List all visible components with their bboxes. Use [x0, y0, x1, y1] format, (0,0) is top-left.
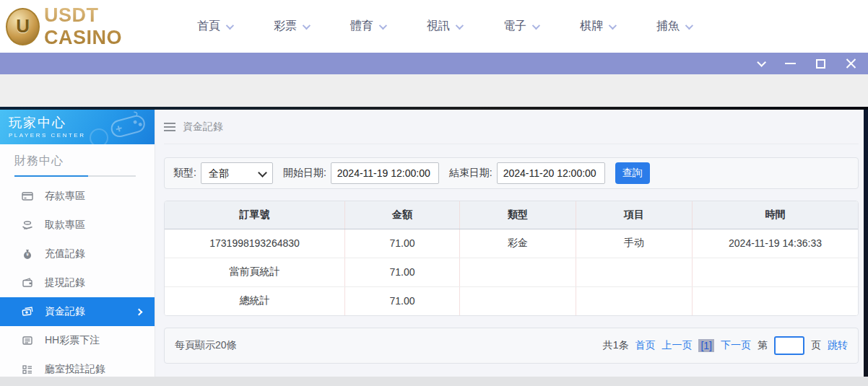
cell-label: 總統計: [165, 286, 345, 315]
page-size-text: 每頁顯示20條: [175, 339, 237, 352]
jump-page-input[interactable]: [774, 336, 804, 355]
cell-empty: [460, 258, 576, 286]
titlebar-chevron-down-icon[interactable]: [754, 58, 765, 69]
pager: 共1条 首页 上一页 [1] 下一页 第 页 跳转: [603, 336, 848, 355]
sidebar-item-label: 廳室投註記錄: [45, 363, 105, 376]
sidebar-item-label: 存款專區: [45, 190, 85, 203]
wallet-icon: [22, 277, 33, 289]
maximize-icon[interactable]: [815, 58, 826, 69]
bills-icon: [22, 306, 33, 317]
lottery-list-icon: [22, 335, 33, 346]
type-select[interactable]: 全部: [201, 162, 273, 184]
site-logo[interactable]: U USDT CASINO: [6, 4, 168, 49]
col-type: 類型: [460, 201, 576, 229]
total-count: 共1条: [603, 339, 629, 352]
funds-records-table: 訂單號 金額 類型 項目 時間 1731998193264830 71.00 彩…: [165, 201, 858, 315]
table-row: 1731998193264830 71.00 彩金 手动 2024-11-19 …: [165, 229, 858, 258]
nav-item-home[interactable]: 首頁: [197, 19, 232, 34]
minimize-icon[interactable]: [784, 58, 796, 69]
main-area: 玩家中心 PLAYERS CENTER 財務中心: [0, 110, 868, 377]
end-date-input[interactable]: [497, 162, 605, 184]
nav-item-fishing[interactable]: 捕魚: [656, 19, 691, 34]
sidebar-item-label: 資金記錄: [45, 305, 85, 318]
logo-text: USDT CASINO: [44, 4, 168, 49]
bottom-strip: [0, 377, 868, 386]
nav-item-slots[interactable]: 電子: [503, 19, 538, 34]
type-label: 類型:: [173, 167, 196, 180]
current-page-indicator: [1]: [698, 339, 714, 352]
cell-empty: [693, 286, 858, 315]
menu-toggle-icon[interactable]: [164, 123, 175, 131]
deposit-card-icon: [22, 190, 33, 202]
first-page-link[interactable]: 首页: [635, 339, 655, 352]
col-amount: 金額: [345, 201, 460, 229]
decor-circle: [90, 128, 108, 144]
sidebar: 玩家中心 PLAYERS CENTER 財務中心: [0, 110, 155, 377]
cell-empty: [460, 286, 576, 315]
chevron-down-icon: [532, 21, 540, 29]
chevron-down-icon: [303, 21, 311, 29]
sidebar-item-label: 提現記錄: [45, 276, 85, 289]
col-order-number: 訂單號: [165, 201, 345, 229]
type-select-wrap: 全部: [201, 162, 273, 184]
cell-order-number: 1731998193264830: [165, 229, 345, 258]
table-row-page-summary: 當前頁統計 71.00: [165, 258, 858, 286]
cell-empty: [693, 258, 858, 286]
cell-type: 彩金: [460, 229, 576, 258]
sidebar-item-funds-records[interactable]: 資金記錄: [0, 297, 155, 326]
funds-records-table-panel: 訂單號 金額 類型 項目 時間 1731998193264830 71.00 彩…: [164, 201, 859, 316]
start-date-input[interactable]: [331, 162, 439, 184]
withdraw-hand-icon: [22, 219, 33, 231]
nav-label: 電子: [503, 19, 526, 34]
query-button[interactable]: 查詢: [615, 162, 650, 184]
cell-amount: 71.00: [345, 258, 460, 286]
close-icon[interactable]: [845, 58, 856, 69]
nav-item-boardgames[interactable]: 棋牌: [580, 19, 615, 34]
jump-suffix: 页: [811, 339, 821, 352]
cell-empty: [576, 286, 693, 315]
breadcrumb: 資金記錄: [164, 110, 859, 144]
pagination-bar: 每頁顯示20條 共1条 首页 上一页 [1] 下一页 第 页 跳转: [164, 328, 859, 364]
nav-item-sports[interactable]: 體育: [350, 19, 385, 34]
sidebar-item-hh-lottery-bets[interactable]: HH彩票下注: [0, 326, 155, 355]
nav-item-lottery[interactable]: 彩票: [274, 19, 308, 34]
filter-bar: 類型: 全部 開始日期: 結束日期: 查詢: [164, 157, 859, 189]
window-titlebar: [0, 53, 868, 74]
sidebar-item-label: 充值記錄: [45, 247, 85, 260]
right-dark-border: [864, 110, 868, 377]
sidebar-item-withdraw[interactable]: 取款專區: [0, 211, 155, 240]
jump-button[interactable]: 跳转: [828, 339, 848, 352]
chevron-down-icon: [456, 21, 464, 29]
table-header-row: 訂單號 金額 類型 項目 時間: [165, 201, 858, 229]
jump-prefix: 第: [758, 339, 768, 352]
chevron-right-icon: [136, 308, 143, 315]
start-date-label: 開始日期:: [283, 167, 326, 180]
nav-label: 體育: [350, 19, 373, 34]
sidebar-item-recharge-records[interactable]: ¥ 充值記錄: [0, 240, 155, 268]
cell-empty: [576, 258, 693, 286]
records-icon: [22, 364, 33, 375]
table-row-total-summary: 總統計 71.00: [165, 286, 858, 315]
chevron-down-icon: [609, 21, 617, 29]
sidebar-item-label: HH彩票下注: [45, 334, 100, 347]
casino-player-center-page: U USDT CASINO 首頁 彩票 體育 視訊 電子: [0, 0, 868, 386]
cell-time: 2024-11-19 14:36:33: [693, 229, 858, 258]
finance-center-label: 財務中心: [14, 154, 140, 169]
nav-label: 棋牌: [580, 19, 603, 34]
nav-item-live[interactable]: 視訊: [427, 19, 461, 34]
logo-monogram: U: [16, 15, 30, 38]
sidebar-header: 玩家中心 PLAYERS CENTER: [0, 110, 155, 144]
col-time: 時間: [693, 201, 858, 229]
moneybag-icon: ¥: [22, 248, 33, 260]
svg-text:¥: ¥: [26, 252, 29, 257]
sidebar-item-room-bet-records[interactable]: 廳室投註記錄: [0, 355, 155, 377]
sidebar-item-withdrawal-records[interactable]: 提現記錄: [0, 268, 155, 297]
nav-label: 彩票: [274, 19, 297, 34]
cell-item: 手动: [576, 229, 693, 258]
chevron-down-icon: [685, 21, 693, 29]
prev-page-link[interactable]: 上一页: [661, 339, 692, 352]
nav-label: 視訊: [427, 19, 450, 34]
sidebar-item-deposit[interactable]: 存款專區: [0, 182, 155, 211]
next-page-link[interactable]: 下一页: [721, 339, 751, 352]
sidebar-menu: 存款專區 取款專區 ¥ 充值記錄: [0, 182, 155, 377]
